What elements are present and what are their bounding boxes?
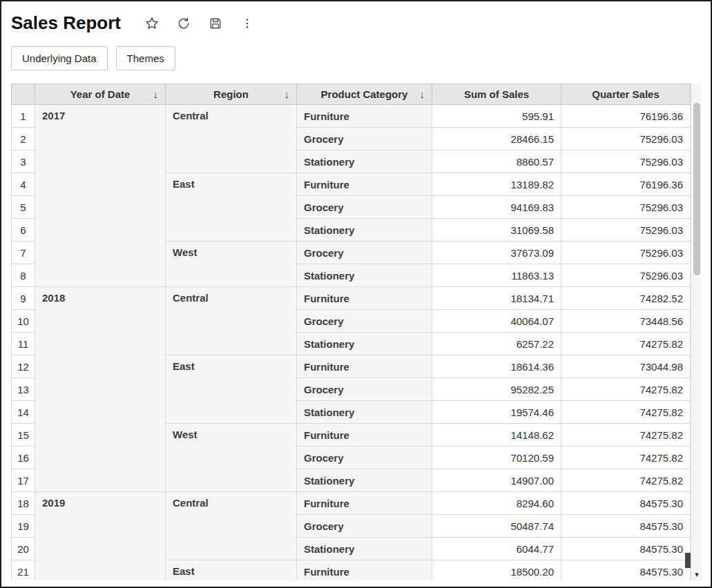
cell-quarter-sales: 74282.52 <box>561 287 691 310</box>
cell-region: East <box>166 173 297 242</box>
page-title: Sales Report <box>11 12 121 34</box>
cell-sum-of-sales: 6257.22 <box>432 333 561 355</box>
row-number: 15 <box>12 424 35 447</box>
cell-quarter-sales: 75296.03 <box>561 219 691 242</box>
cell-product-category: Grocery <box>297 515 432 538</box>
cell-quarter-sales: 73044.98 <box>561 355 691 378</box>
vertical-scrollbar-thumb[interactable] <box>693 103 700 275</box>
row-number: 7 <box>12 242 35 264</box>
cell-quarter-sales: 75296.03 <box>561 242 691 264</box>
cell-product-category: Furniture <box>297 560 432 581</box>
cell-product-category: Stationery <box>297 264 432 287</box>
cell-product-category: Furniture <box>297 424 432 447</box>
cell-quarter-sales: 84575.30 <box>561 538 691 560</box>
cell-product-category: Furniture <box>297 492 432 515</box>
cell-quarter-sales: 74275.82 <box>561 401 691 424</box>
more-options-icon[interactable] <box>240 16 255 31</box>
cell-sum-of-sales: 14907.00 <box>432 469 561 492</box>
cell-sum-of-sales: 14148.62 <box>432 424 561 447</box>
cell-year: 2019 <box>35 492 166 581</box>
cell-sum-of-sales: 8294.60 <box>432 492 561 515</box>
cell-product-category: Stationery <box>297 401 432 424</box>
column-header-label: Sum of Sales <box>464 88 529 100</box>
cell-product-category: Grocery <box>297 128 432 150</box>
cell-sum-of-sales: 95282.25 <box>432 378 561 401</box>
cell-product-category: Furniture <box>297 355 432 378</box>
cell-product-category: Grocery <box>297 196 432 219</box>
column-header-sum-of-sales[interactable]: Sum of Sales <box>432 84 561 105</box>
cell-quarter-sales: 76196.36 <box>561 105 691 128</box>
cell-quarter-sales: 84575.30 <box>561 560 691 581</box>
title-toolbar <box>144 16 255 31</box>
cell-sum-of-sales: 37673.09 <box>432 242 561 264</box>
data-grid-container: Year of Date↓Region↓Product Category↓Sum… <box>11 84 702 580</box>
page-header: Sales Report <box>1 1 711 34</box>
cell-product-category: Furniture <box>297 173 432 196</box>
cell-region: West <box>166 424 297 492</box>
table-header: Year of Date↓Region↓Product Category↓Sum… <box>12 84 691 105</box>
row-number: 19 <box>12 515 35 538</box>
row-number: 5 <box>12 196 35 219</box>
cell-product-category: Furniture <box>297 287 432 310</box>
cell-quarter-sales: 75296.03 <box>561 150 691 173</box>
cell-quarter-sales: 73448.56 <box>561 310 691 333</box>
cell-quarter-sales: 74275.82 <box>561 378 691 401</box>
column-header-year-of-date[interactable]: Year of Date↓ <box>35 84 166 105</box>
cell-sum-of-sales: 18614.36 <box>432 355 561 378</box>
tab-underlying-data[interactable]: Underlying Data <box>11 46 108 70</box>
table-row: 92018CentralFurniture18134.7174282.52 <box>12 287 691 310</box>
table-row: 12017CentralFurniture595.9176196.36 <box>12 105 691 128</box>
save-icon[interactable] <box>208 16 223 31</box>
cell-year: 2018 <box>35 287 166 492</box>
cell-year: 2017 <box>35 105 166 287</box>
cell-sum-of-sales: 18500.20 <box>432 560 561 581</box>
cell-sum-of-sales: 70120.59 <box>432 447 561 469</box>
row-number: 17 <box>12 469 35 492</box>
cell-sum-of-sales: 31069.58 <box>432 219 561 242</box>
cell-sum-of-sales: 40064.07 <box>432 310 561 333</box>
column-header-quarter-sales[interactable]: Quarter Sales <box>561 84 691 105</box>
column-header-region[interactable]: Region↓ <box>166 84 297 105</box>
cell-product-category: Stationery <box>297 150 432 173</box>
cell-product-category: Stationery <box>297 538 432 560</box>
cell-quarter-sales: 74275.82 <box>561 469 691 492</box>
row-number: 6 <box>12 219 35 242</box>
cell-quarter-sales: 75296.03 <box>561 196 691 219</box>
cell-product-category: Furniture <box>297 105 432 128</box>
cell-sum-of-sales: 6044.77 <box>432 538 561 560</box>
row-number-corner <box>12 84 35 105</box>
cell-quarter-sales: 74275.82 <box>561 333 691 355</box>
row-number: 2 <box>12 128 35 150</box>
tab-themes[interactable]: Themes <box>116 46 175 70</box>
sort-descending-icon[interactable]: ↓ <box>420 88 425 100</box>
cell-sum-of-sales: 595.91 <box>432 105 561 128</box>
cell-sum-of-sales: 19574.46 <box>432 401 561 424</box>
sort-descending-icon[interactable]: ↓ <box>285 88 290 100</box>
cell-sum-of-sales: 13189.82 <box>432 173 561 196</box>
column-header-label: Product Category <box>321 88 408 100</box>
cell-region: East <box>166 355 297 424</box>
sort-descending-icon[interactable]: ↓ <box>153 88 159 100</box>
scroll-down-icon[interactable]: ▾ <box>691 569 702 580</box>
horizontal-scrollbar-thumb[interactable] <box>685 553 691 568</box>
row-number: 12 <box>12 355 35 378</box>
cell-quarter-sales: 76196.36 <box>561 173 691 196</box>
cell-quarter-sales: 75296.03 <box>561 264 691 287</box>
row-number: 13 <box>12 378 35 401</box>
column-header-product-category[interactable]: Product Category↓ <box>297 84 432 105</box>
vertical-scrollbar[interactable]: ▾ <box>691 84 702 580</box>
cell-sum-of-sales: 8860.57 <box>432 150 561 173</box>
cell-product-category: Stationery <box>297 333 432 355</box>
cell-product-category: Grocery <box>297 242 432 264</box>
cell-product-category: Stationery <box>297 469 432 492</box>
row-number: 9 <box>12 287 35 310</box>
cell-quarter-sales: 75296.03 <box>561 128 691 150</box>
row-number: 18 <box>12 492 35 515</box>
favorite-star-icon[interactable] <box>144 16 160 31</box>
view-tabs: Underlying Data Themes <box>11 46 701 70</box>
row-number: 20 <box>12 538 35 560</box>
cell-region: Central <box>166 105 297 173</box>
table-row: 182019CentralFurniture8294.6084575.30 <box>12 492 691 515</box>
cell-product-category: Grocery <box>297 447 432 469</box>
refresh-icon[interactable] <box>176 16 191 31</box>
